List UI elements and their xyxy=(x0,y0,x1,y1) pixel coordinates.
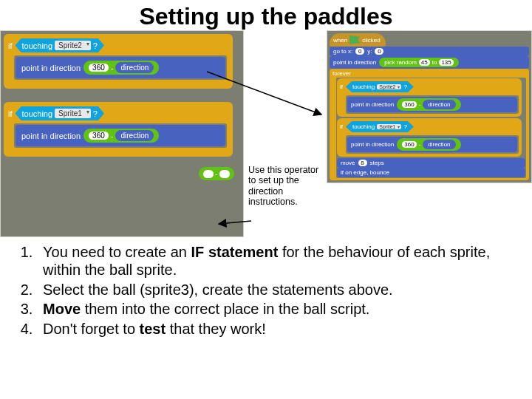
touching-hex: touching Sprite1 ? xyxy=(16,106,104,120)
when-flag-hat: when clicked xyxy=(330,33,386,47)
point-dir-label: point in direction xyxy=(21,132,81,140)
sprite-dropdown[interactable]: Sprite1 xyxy=(55,109,91,118)
direction-reporter: direction xyxy=(115,62,154,73)
to-label: to xyxy=(432,59,437,66)
minus: - xyxy=(419,141,421,148)
instruction-3: Move them into the correct place in the … xyxy=(37,300,520,318)
sub-op-tiny2: 360 - direction xyxy=(397,138,460,151)
point-dir-tiny: point in direction 360 - direction xyxy=(347,97,517,112)
instruction-1: You need to create an IF statement for t… xyxy=(37,243,520,279)
if-label: if xyxy=(8,109,13,118)
if-label: if xyxy=(8,41,13,50)
touching-label: touching xyxy=(352,123,375,130)
instruction-list: You need to create an IF statement for t… xyxy=(0,237,532,338)
minus: - xyxy=(419,101,421,108)
subtract-operator: 360 - direction xyxy=(83,61,159,75)
point-dir-label: point in direction xyxy=(21,64,81,72)
point-dir-label: point in direction xyxy=(351,141,394,148)
i1b: IF statement xyxy=(191,244,279,260)
qmark: ? xyxy=(93,41,98,50)
i1a: You need to create an xyxy=(43,244,191,260)
touching-label: touching xyxy=(22,109,53,118)
instruction-4: Don't forget to test that they work! xyxy=(37,320,520,338)
minus-sign: - xyxy=(111,64,114,72)
rand-from[interactable]: 45 xyxy=(419,59,430,66)
i3a: Move xyxy=(43,301,81,317)
move-block: move 8 steps xyxy=(337,158,525,168)
empty-slot-right[interactable] xyxy=(219,170,230,178)
callout-text: Use this operator to set up the directio… xyxy=(248,165,320,208)
point-direction-block: point in direction 360 - direction xyxy=(16,57,225,78)
direction-reporter: direction xyxy=(115,130,154,141)
subtract-operator: 360 - direction xyxy=(83,129,159,143)
if-sprite1-tiny: if touching Sprite1 ? point in direction… xyxy=(337,118,522,157)
goto-block: go to x: 0 y: 0 xyxy=(330,47,529,56)
if-label: if xyxy=(340,123,343,130)
green-flag-icon xyxy=(349,35,360,44)
subtract-operator-palette[interactable]: - xyxy=(199,167,234,180)
dir-reporter-tiny: direction xyxy=(423,100,455,109)
rand-to[interactable]: 135 xyxy=(439,59,453,66)
if-sprite2-tiny: if touching Sprite2 ? point in direction… xyxy=(337,78,522,117)
when-label: when xyxy=(333,37,347,44)
clicked-label: clicked xyxy=(362,37,380,44)
sub-op-tiny: 360 - direction xyxy=(397,98,460,111)
if-block-sprite1: if touching Sprite1 ? point in direction… xyxy=(4,102,233,157)
instruction-2: Select the ball (sprite3), create the st… xyxy=(37,281,520,299)
x-value[interactable]: 0 xyxy=(355,48,364,55)
content-row: if touching Sprite2 ? point in direction… xyxy=(0,30,532,237)
forever-block: forever if touching Sprite2 ? point xyxy=(330,69,529,180)
touching-hex-tiny: touching Sprite2 ? xyxy=(346,81,414,92)
n360b[interactable]: 360 xyxy=(402,141,416,148)
dir-reporter-tiny2: direction xyxy=(423,140,455,149)
y-label: y: xyxy=(367,48,372,55)
sprite2-dd-tiny[interactable]: Sprite2 xyxy=(377,84,401,89)
n360[interactable]: 360 xyxy=(402,101,416,108)
i4b: test xyxy=(140,321,166,337)
i3b: them into the correct place in the ball … xyxy=(81,301,369,317)
qmark: ? xyxy=(403,83,406,90)
touching-hex: touching Sprite2 ? xyxy=(16,38,104,52)
point-direction-block: point in direction 360 - direction xyxy=(16,125,225,146)
left-scratch-panel: if touching Sprite2 ? point in direction… xyxy=(0,30,244,237)
move-label: move xyxy=(341,160,355,166)
right-scratch-panel: when clicked go to x: 0 y: 0 point in di… xyxy=(327,30,532,183)
sprite1-dd-tiny[interactable]: Sprite1 xyxy=(377,124,401,129)
i4c: that they work! xyxy=(166,321,266,337)
i4a: Don't forget to xyxy=(43,321,140,337)
y-value[interactable]: 0 xyxy=(375,48,383,55)
num-360[interactable]: 360 xyxy=(89,64,109,72)
if-block-sprite2: if touching Sprite2 ? point in direction… xyxy=(4,34,233,89)
forever-label: forever xyxy=(332,70,351,77)
qmark: ? xyxy=(93,109,98,118)
slide-title: Setting up the paddles xyxy=(0,0,532,30)
edge-bounce-block: if on edge, bounce xyxy=(337,168,525,177)
num-360[interactable]: 360 xyxy=(89,132,109,140)
touching-label: touching xyxy=(22,41,53,50)
if-label: if xyxy=(340,83,343,90)
qmark: ? xyxy=(403,123,406,130)
sprite-dropdown[interactable]: Sprite2 xyxy=(55,41,91,50)
point-dir-label: point in direction xyxy=(333,59,376,66)
edge-bounce-label: if on edge, bounce xyxy=(341,169,389,176)
pick-random-operator: pick random 45 to 135 xyxy=(379,58,459,67)
point-dir-tiny2: point in direction 360 - direction xyxy=(347,137,517,152)
steps-value[interactable]: 8 xyxy=(358,160,367,166)
minus-sign: - xyxy=(215,170,217,178)
pick-random-label: pick random xyxy=(384,59,417,66)
empty-slot-left[interactable] xyxy=(203,170,214,178)
point-random-block: point in direction pick random 45 to 135 xyxy=(330,56,529,69)
steps-label: steps xyxy=(370,160,384,166)
goto-label: go to x: xyxy=(333,48,352,55)
minus-sign: - xyxy=(111,132,114,140)
touching-label: touching xyxy=(352,83,375,90)
point-dir-label: point in direction xyxy=(351,101,394,108)
touching-hex-tiny: touching Sprite1 ? xyxy=(346,121,414,132)
